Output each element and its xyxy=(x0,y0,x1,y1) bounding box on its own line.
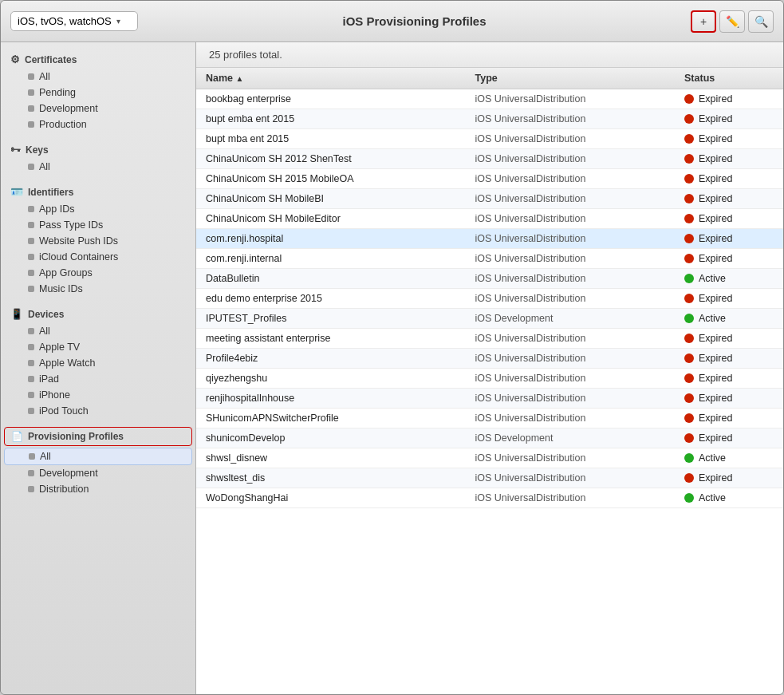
table-row[interactable]: qiyezhengshuiOS UniversalDistributionExp… xyxy=(196,369,783,389)
device-icon: 📱 xyxy=(10,308,23,320)
table-row[interactable]: IPUTEST_ProfilesiOS DevelopmentActive xyxy=(196,309,783,329)
status-label: Active xyxy=(699,452,726,464)
sidebar-item-apple-tv[interactable]: Apple TV xyxy=(4,339,192,355)
identifiers-section-header[interactable]: 🪪 Identifiers xyxy=(1,183,195,201)
profile-status: Active xyxy=(675,269,783,288)
profile-name: SHunicomAPNSwitcherProfile xyxy=(196,409,466,428)
sidebar-item-apple-watch[interactable]: Apple Watch xyxy=(4,355,192,371)
devices-section-header[interactable]: 📱 Devices xyxy=(1,305,195,323)
search-button[interactable]: 🔍 xyxy=(748,10,774,33)
sidebar-item-ipad[interactable]: iPad xyxy=(4,371,192,387)
sidebar-item-website-push-ids[interactable]: Website Push IDs xyxy=(4,233,192,249)
status-label: Expired xyxy=(699,393,732,404)
profile-type: iOS UniversalDistribution xyxy=(466,189,676,209)
identifiers-label: Identifiers xyxy=(28,187,73,198)
profile-name: bupt emba ent 2015 xyxy=(196,109,466,129)
keys-section-header[interactable]: 🗝 Keys xyxy=(1,140,195,159)
status-label: Expired xyxy=(699,193,732,204)
sidebar-item-profiles-development[interactable]: Development xyxy=(4,465,192,481)
edit-button[interactable]: ✏️ xyxy=(719,10,745,33)
sidebar-item-iphone[interactable]: iPhone xyxy=(4,387,192,403)
profile-type: iOS UniversalDistribution xyxy=(466,109,676,129)
sidebar-item-cert-all[interactable]: All xyxy=(4,69,192,85)
sidebar-item-app-ids[interactable]: App IDs xyxy=(4,201,192,217)
profile-status: Expired xyxy=(675,289,783,308)
sidebar-item-cert-development[interactable]: Development xyxy=(4,101,192,116)
sidebar-item-ipod-touch[interactable]: iPod Touch xyxy=(4,403,192,419)
table-row[interactable]: DataBulletiniOS UniversalDistributionAct… xyxy=(196,269,783,289)
table-row[interactable]: ChinaUnicom SH MobileBIiOS UniversalDist… xyxy=(196,189,783,209)
sidebar-item-pass-type-ids[interactable]: Pass Type IDs xyxy=(4,217,192,233)
table-row[interactable]: Profile4ebiziOS UniversalDistributionExp… xyxy=(196,349,783,369)
table-row[interactable]: bupt emba ent 2015iOS UniversalDistribut… xyxy=(196,109,783,129)
table-row[interactable]: com.renji.hospitaliOS UniversalDistribut… xyxy=(196,229,783,249)
sidebar-item-icloud-containers[interactable]: iCloud Containers xyxy=(4,249,192,265)
table-row[interactable]: shwsl_disnewiOS UniversalDistributionAct… xyxy=(196,448,783,468)
profile-name: shwsl_disnew xyxy=(196,448,466,468)
profile-status: Expired xyxy=(675,468,783,488)
profile-icon: 📄 xyxy=(11,431,23,442)
sidebar-item-label: All xyxy=(39,71,50,82)
table-row[interactable]: shunicomDevelopiOS DevelopmentExpired xyxy=(196,428,783,448)
sidebar-item-cert-production[interactable]: Production xyxy=(4,116,192,132)
content-summary: 25 profiles total. xyxy=(196,42,783,68)
sidebar-item-label: Production xyxy=(39,119,87,130)
table-row[interactable]: edu demo enterprise 2015iOS UniversalDis… xyxy=(196,289,783,309)
profile-name: bookbag enterprise xyxy=(196,89,466,109)
devices-label: Devices xyxy=(28,309,64,320)
profile-type: iOS UniversalDistribution xyxy=(466,209,676,229)
table-row[interactable]: SHunicomAPNSwitcherProfileiOS UniversalD… xyxy=(196,409,783,428)
table-row[interactable]: meeting assistant enterpriseiOS Universa… xyxy=(196,329,783,349)
bullet-icon xyxy=(28,270,34,276)
profile-type: iOS Development xyxy=(466,309,676,329)
sidebar-item-label: Music IDs xyxy=(39,283,83,294)
status-label: Expired xyxy=(699,253,732,264)
table-row[interactable]: com.renji.internaliOS UniversalDistribut… xyxy=(196,249,783,269)
table-row[interactable]: ChinaUnicom SH 2012 ShenTestiOS Universa… xyxy=(196,149,783,169)
sidebar-item-app-groups[interactable]: App Groups xyxy=(4,265,192,281)
bullet-icon xyxy=(28,408,34,414)
expired-status-icon xyxy=(684,94,694,104)
table-row[interactable]: ChinaUnicom SH 2015 MobileOAiOS Universa… xyxy=(196,169,783,189)
table-row[interactable]: ChinaUnicom SH MobileEditoriOS Universal… xyxy=(196,209,783,229)
table-row[interactable]: bupt mba ent 2015iOS UniversalDistributi… xyxy=(196,129,783,149)
provisioning-profiles-section-header[interactable]: 📄 Provisioning Profiles xyxy=(4,427,192,446)
certificates-section-header[interactable]: ⚙ Certificates xyxy=(1,50,195,69)
edit-icon: ✏️ xyxy=(726,15,739,28)
add-button[interactable]: + xyxy=(691,10,716,33)
sidebar-item-devices-all[interactable]: All xyxy=(4,323,192,339)
main-layout: ⚙ Certificates All Pending Development xyxy=(1,42,783,694)
app-window: iOS, tvOS, watchOS ▾ iOS Provisioning Pr… xyxy=(0,0,784,695)
gear-icon: ⚙ xyxy=(10,53,20,65)
profile-name: shwsltest_dis xyxy=(196,468,466,488)
bullet-icon xyxy=(28,121,34,128)
sidebar-item-label: All xyxy=(39,161,50,172)
column-name[interactable]: Name ▲ xyxy=(196,68,466,89)
table-row[interactable]: WoDongShangHaiiOS UniversalDistributionA… xyxy=(196,488,783,508)
status-label: Active xyxy=(699,313,726,324)
sidebar-item-profiles-all[interactable]: All xyxy=(4,448,192,465)
table-row[interactable]: shwsltest_disiOS UniversalDistributionEx… xyxy=(196,468,783,488)
profiles-table-wrapper[interactable]: Name ▲ Type Status bookbag ente xyxy=(196,68,783,694)
profile-type: iOS UniversalDistribution xyxy=(466,409,676,428)
table-row[interactable]: bookbag enterpriseiOS UniversalDistribut… xyxy=(196,89,783,109)
bullet-icon xyxy=(28,470,34,476)
bullet-icon xyxy=(28,360,34,366)
profile-name: meeting assistant enterprise xyxy=(196,329,466,349)
expired-status-icon xyxy=(684,393,694,403)
column-status[interactable]: Status xyxy=(675,68,783,89)
provisioning-profiles-section: 📄 Provisioning Profiles All Development … xyxy=(1,427,195,497)
bullet-icon xyxy=(28,105,34,112)
platform-selector[interactable]: iOS, tvOS, watchOS ▾ xyxy=(10,11,138,31)
sidebar-item-keys-all[interactable]: All xyxy=(4,159,192,175)
column-type[interactable]: Type xyxy=(466,68,676,89)
chevron-down-icon: ▾ xyxy=(116,17,120,26)
table-row[interactable]: renjihospitalInhouseiOS UniversalDistrib… xyxy=(196,389,783,409)
sidebar-item-profiles-distribution[interactable]: Distribution xyxy=(4,481,192,497)
sidebar-item-music-ids[interactable]: Music IDs xyxy=(4,281,192,297)
expired-status-icon xyxy=(684,174,694,184)
sidebar-item-cert-pending[interactable]: Pending xyxy=(4,85,192,101)
profiles-table: Name ▲ Type Status bookbag ente xyxy=(196,68,783,508)
sidebar-item-label: iCloud Containers xyxy=(39,251,118,263)
sidebar-item-label: All xyxy=(40,451,51,462)
